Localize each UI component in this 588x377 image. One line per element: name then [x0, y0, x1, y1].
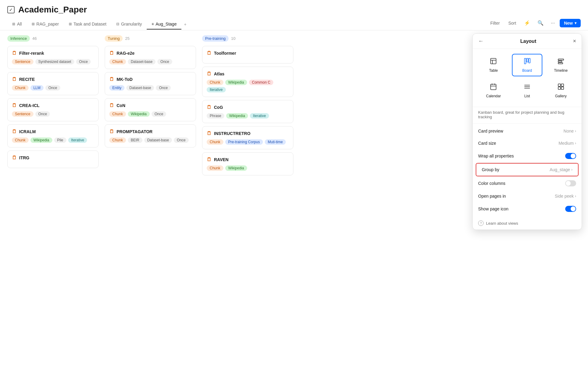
- list-item[interactable]: Dataset-base: [126, 85, 154, 91]
- layout-options: TableBoardTimelineCalendarListGallery: [473, 49, 582, 107]
- list-item[interactable]: Pile: [54, 137, 66, 143]
- list-item[interactable]: Chunk: [109, 59, 126, 64]
- layout-option-calendar[interactable]: Calendar: [478, 79, 509, 102]
- panel-row-group-by[interactable]: Group byAug_stage›: [476, 163, 579, 176]
- table-row[interactable]: 🗒ICRALMChunkWikipediaPileIterative: [7, 124, 99, 147]
- table-row[interactable]: 🗒PROMPTAGATORChunkBEIRDataset-baseOnce: [105, 124, 196, 147]
- list-item[interactable]: Once: [174, 137, 189, 143]
- panel-row-card-size[interactable]: Card sizeMedium›: [473, 137, 582, 149]
- list-item[interactable]: Iterative: [250, 113, 269, 119]
- title-checkbox-icon[interactable]: ✓: [7, 6, 15, 13]
- list-item[interactable]: Entity: [109, 85, 124, 91]
- list-item[interactable]: Once: [76, 59, 91, 64]
- list-item[interactable]: Dataset-base: [128, 59, 156, 64]
- table-row[interactable]: 🗒CoGPhraseWikipediaIterative: [202, 100, 293, 123]
- list-item[interactable]: Chunk: [207, 165, 223, 171]
- list-item[interactable]: Iterative: [207, 87, 226, 92]
- add-tab-button[interactable]: +: [181, 19, 189, 29]
- list-item[interactable]: Wikipedia: [30, 137, 52, 143]
- list-item[interactable]: Common C: [249, 80, 274, 85]
- column-pretraining: Pre-training10🗒Toolformer🗒AtlasChunkWiki…: [202, 35, 293, 369]
- card-title: 🗒CoG: [207, 105, 289, 110]
- col-badge-tuning[interactable]: Tuning: [105, 35, 123, 42]
- table-row[interactable]: 🗒Toolformer: [202, 46, 293, 64]
- list-item[interactable]: Iterative: [68, 137, 87, 143]
- list-item[interactable]: Once: [157, 59, 172, 64]
- list-item[interactable]: Wikipedia: [225, 165, 247, 171]
- table-row[interactable]: 🗒CREA-ICLSentenceOnce: [7, 98, 99, 121]
- panel-row-card-preview[interactable]: Card previewNone›: [473, 125, 582, 137]
- list-item[interactable]: Sentence: [12, 59, 33, 64]
- col-badge-inference[interactable]: Inference: [7, 35, 30, 42]
- list-item[interactable]: Chunk: [207, 139, 223, 145]
- tab-granularity[interactable]: ⊟Granularity: [111, 19, 147, 29]
- panel-back-button[interactable]: ←: [478, 38, 484, 44]
- toggle-wrap-all-properties[interactable]: [565, 153, 576, 159]
- tab-task_dataset[interactable]: ⊞Task and Dataset: [64, 19, 111, 29]
- list-item[interactable]: Once: [152, 111, 166, 117]
- lightning-button[interactable]: ⚡: [522, 18, 533, 28]
- panel-row-value-card-size: Medium›: [558, 141, 576, 146]
- table-row[interactable]: 🗒CoNChunkWikipediaOnce: [105, 98, 196, 121]
- table-row[interactable]: 🗒Filter-rerankSentenceSynthesized datase…: [7, 46, 99, 69]
- list-item[interactable]: Phrase: [207, 113, 224, 119]
- list-item[interactable]: Wikipedia: [226, 113, 248, 119]
- layout-option-board[interactable]: Board: [512, 54, 543, 76]
- list-item[interactable]: Chunk: [12, 85, 29, 91]
- card-title-text: INSTRUCTRETRO: [214, 131, 250, 136]
- filter-button[interactable]: Filter: [487, 19, 503, 27]
- table-row[interactable]: 🗒ITRG: [7, 150, 99, 168]
- document-icon: 🗒: [12, 50, 17, 56]
- list-item[interactable]: LLM: [30, 85, 44, 91]
- list-item[interactable]: Chunk: [109, 111, 126, 117]
- list-item[interactable]: Chunk: [12, 137, 29, 143]
- panel-row-value-open-pages-in: Side peek›: [555, 194, 576, 199]
- list-item[interactable]: Once: [35, 111, 50, 117]
- layout-label-timeline: Timeline: [554, 68, 568, 73]
- sort-button[interactable]: Sort: [505, 19, 519, 27]
- panel-close-button[interactable]: ×: [573, 38, 576, 44]
- list-item[interactable]: Once: [45, 85, 60, 91]
- list-item[interactable]: Once: [156, 85, 171, 91]
- list-item[interactable]: Synthesized dataset: [35, 59, 74, 64]
- table-row[interactable]: 🗒AtlasChunkWikipediaCommon CIterative: [202, 67, 293, 97]
- layout-option-timeline[interactable]: Timeline: [545, 54, 576, 76]
- document-icon: 🗒: [109, 129, 114, 134]
- list-item[interactable]: Chunk: [207, 80, 223, 85]
- more-button[interactable]: ···: [548, 19, 557, 28]
- list-item[interactable]: Sentence: [12, 111, 33, 117]
- card-tags: ChunkBEIRDataset-baseOnce: [109, 137, 191, 143]
- new-button[interactable]: New ▾: [560, 19, 581, 27]
- table-row[interactable]: 🗒RAVENChunkWikipedia: [202, 152, 293, 175]
- panel-row-show-page-icon[interactable]: Show page icon: [473, 202, 582, 216]
- panel-row-wrap-all-properties[interactable]: Wrap all properties: [473, 149, 582, 163]
- card-tags: ChunkWikipediaCommon CIterative: [207, 80, 289, 92]
- list-item[interactable]: Muti-time: [265, 139, 286, 145]
- layout-option-gallery[interactable]: Gallery: [545, 79, 576, 102]
- layout-option-table[interactable]: Table: [478, 54, 509, 76]
- list-item[interactable]: Chunk: [109, 137, 126, 143]
- tab-aug_stage[interactable]: ≡Aug_Stage: [147, 19, 181, 29]
- table-row[interactable]: 🗒RAG-e2eChunkDataset-baseOnce: [105, 46, 196, 69]
- panel-row-open-pages-in[interactable]: Open pages inSide peek›: [473, 190, 582, 202]
- list-item[interactable]: Wikipedia: [128, 111, 150, 117]
- col-badge-pretraining[interactable]: Pre-training: [202, 35, 229, 42]
- panel-row-color-columns[interactable]: Color columns: [473, 177, 582, 190]
- help-row[interactable]: ? Learn about views: [473, 217, 582, 230]
- table-row[interactable]: 🗒RECITEChunkLLMOnce: [7, 72, 99, 95]
- search-button[interactable]: 🔍: [535, 18, 546, 28]
- list-item[interactable]: BEIR: [128, 137, 142, 143]
- toggle-color-columns[interactable]: [565, 180, 576, 186]
- layout-option-list[interactable]: List: [512, 79, 543, 102]
- list-item[interactable]: Wikipedia: [225, 80, 247, 85]
- tab-rag_paper[interactable]: ⊞RAG_paper: [27, 19, 64, 29]
- toggle-show-page-icon[interactable]: [565, 206, 576, 212]
- tab-all[interactable]: ⊞All: [7, 19, 27, 29]
- card-tags: PhraseWikipediaIterative: [207, 113, 289, 119]
- document-icon: 🗒: [12, 129, 17, 134]
- list-item[interactable]: Dataset-base: [144, 137, 172, 143]
- table-row[interactable]: 🗒MK-ToDEntityDataset-baseOnce: [105, 72, 196, 95]
- card-tags: EntityDataset-baseOnce: [109, 85, 191, 91]
- list-item[interactable]: Pre-training Corpus: [225, 139, 263, 145]
- table-row[interactable]: 🗒INSTRUCTRETROChunkPre-training CorpusMu…: [202, 126, 293, 149]
